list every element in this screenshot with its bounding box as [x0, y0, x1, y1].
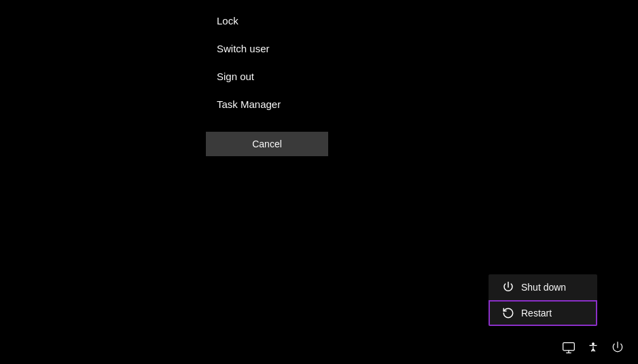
svg-rect-0	[563, 343, 575, 351]
svg-point-1	[592, 343, 595, 345]
restart-button[interactable]: Restart	[489, 300, 597, 326]
shut-down-label: Shut down	[521, 282, 566, 293]
sign-out-item[interactable]: Sign out	[206, 62, 328, 90]
accessibility-icon[interactable]	[584, 338, 603, 357]
display-icon[interactable]	[559, 338, 578, 357]
power-button-icon[interactable]	[608, 338, 627, 357]
lock-item[interactable]: Lock	[206, 7, 328, 35]
restart-icon	[502, 307, 514, 319]
context-menu: Lock Switch user Sign out Task Manager C…	[206, 7, 328, 156]
power-menu: Shut down Restart	[489, 274, 597, 326]
switch-user-item[interactable]: Switch user	[206, 35, 328, 62]
cancel-button[interactable]: Cancel	[206, 132, 328, 156]
shut-down-button[interactable]: Shut down	[489, 274, 597, 300]
taskbar	[548, 331, 638, 364]
task-manager-item[interactable]: Task Manager	[206, 90, 328, 118]
shut-down-icon	[502, 281, 514, 293]
restart-label: Restart	[521, 308, 552, 318]
